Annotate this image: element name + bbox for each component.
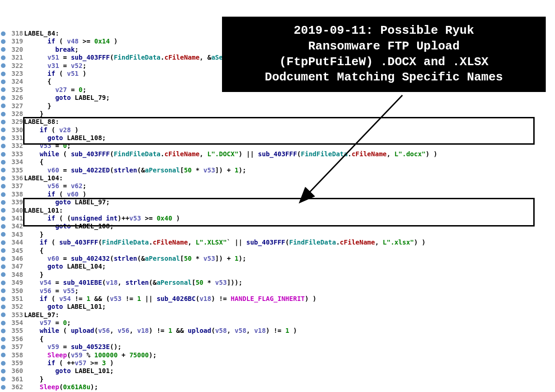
breakpoint-dot-icon[interactable] [1,160,6,165]
code-text[interactable]: { [24,78,51,86]
code-text[interactable]: v59 = sub_40523E(); [24,343,122,351]
code-line[interactable]: 344 if ( sub_403FFF(FindFileData.cFileNa… [0,239,555,246]
code-text[interactable]: if ( v51 ) [24,70,86,78]
breakpoint-dot-icon[interactable] [1,272,6,277]
code-text[interactable]: } [24,102,51,110]
breakpoint-dot-icon[interactable] [1,321,6,325]
breakpoint-dot-icon[interactable] [1,31,6,36]
code-text[interactable]: LABEL_97: [24,311,59,319]
breakpoint-dot-icon[interactable] [1,281,6,285]
code-line[interactable]: 328 } [0,110,555,118]
breakpoint-dot-icon[interactable] [1,168,6,172]
code-text[interactable]: if ( ++v57 >= 3 ) [24,359,114,367]
code-text[interactable]: v60 = sub_4022ED(strlen(&aPersonal[50 * … [24,166,247,174]
breakpoint-dot-icon[interactable] [1,112,6,116]
code-text[interactable]: { [24,247,43,255]
code-line[interactable]: 345 { [0,247,555,255]
code-text[interactable]: goto LABEL_79; [24,94,110,102]
code-line[interactable]: 343 } [0,231,555,239]
code-text[interactable]: v57 = 0; [24,319,71,327]
code-line[interactable]: 356 { [0,335,555,343]
code-line[interactable]: 347 goto LABEL_104; [0,263,555,270]
code-text[interactable]: goto LABEL_97; [24,198,110,206]
code-text[interactable]: } [24,110,43,118]
breakpoint-dot-icon[interactable] [1,120,6,124]
breakpoint-dot-icon[interactable] [1,55,6,60]
breakpoint-dot-icon[interactable] [1,136,6,141]
breakpoint-dot-icon[interactable] [1,385,6,390]
code-line[interactable]: 346 v60 = sub_402432(strlen(&aPersonal[5… [0,255,555,263]
code-text[interactable]: LABEL_84: [24,30,59,37]
code-line[interactable]: 352 goto LABEL_101; [0,303,555,311]
code-line[interactable]: 341 if ( (unsigned int)++v53 >= 0x40 ) [0,214,555,222]
breakpoint-dot-icon[interactable] [1,80,6,84]
code-text[interactable]: if ( v54 != 1 && (v53 != 1 || sub_4026BC… [24,295,316,303]
code-text[interactable]: v31 = v52; [24,62,86,70]
code-text[interactable]: { [24,335,43,343]
breakpoint-dot-icon[interactable] [1,257,6,261]
code-line[interactable]: 335 v60 = sub_4022ED(strlen(&aPersonal[5… [0,166,555,174]
breakpoint-dot-icon[interactable] [1,72,6,76]
code-text[interactable]: goto LABEL_108; [24,222,114,230]
breakpoint-dot-icon[interactable] [1,353,6,357]
code-line[interactable]: 332 v53 = 0; [0,142,555,150]
breakpoint-dot-icon[interactable] [1,232,6,237]
code-text[interactable]: if ( v48 >= 0x14 ) [24,37,117,45]
code-line[interactable]: 353LABEL_97: [0,311,555,319]
code-line[interactable]: 337 v56 = v62; [0,182,555,190]
code-line[interactable]: 327 } [0,102,555,110]
code-line[interactable]: 339 goto LABEL_97; [0,198,555,206]
code-text[interactable]: v56 = v62; [24,182,86,190]
code-line[interactable]: 350 v56 = v55; [0,287,555,295]
code-text[interactable]: if ( v28 ) [24,126,79,134]
code-line[interactable]: 331 goto LABEL_108; [0,134,555,142]
code-text[interactable]: goto LABEL_101; [24,367,114,375]
code-line[interactable]: 342 goto LABEL_108; [0,222,555,230]
breakpoint-dot-icon[interactable] [1,288,6,293]
code-text[interactable]: Sleep(v59 % 100000 + 75000); [24,351,157,359]
code-line[interactable]: 355 while ( upload(v56, v56, v18) != 1 &… [0,327,555,335]
code-line[interactable]: 358 Sleep(v59 % 100000 + 75000); [0,351,555,359]
breakpoint-dot-icon[interactable] [1,200,6,205]
breakpoint-dot-icon[interactable] [1,128,6,132]
code-text[interactable]: LABEL_101: [24,207,63,214]
code-text[interactable]: goto LABEL_101; [24,303,106,311]
code-text[interactable]: break; [24,46,79,54]
code-line[interactable]: 329LABEL_88: [0,118,555,126]
code-text[interactable]: v60 = sub_402432(strlen(&aPersonal[50 * … [24,255,247,263]
breakpoint-dot-icon[interactable] [1,152,6,157]
breakpoint-dot-icon[interactable] [1,47,6,52]
code-line[interactable]: 326 goto LABEL_79; [0,94,555,102]
breakpoint-dot-icon[interactable] [1,192,6,197]
breakpoint-dot-icon[interactable] [1,329,6,333]
code-text[interactable]: v27 = 0; [24,86,86,94]
code-text[interactable]: v54 = sub_401EBE(v18, strlen(&aPersonal[… [24,279,242,287]
code-text[interactable]: } [24,231,43,239]
code-line[interactable]: 349 v54 = sub_401EBE(v18, strlen(&aPerso… [0,279,555,287]
code-text[interactable]: { [24,158,43,166]
code-text[interactable]: if ( v60 ) [24,190,86,198]
code-line[interactable]: 336LABEL_104: [0,174,555,182]
code-line[interactable]: 354 v57 = 0; [0,319,555,327]
breakpoint-dot-icon[interactable] [1,63,6,68]
code-line[interactable]: 360 goto LABEL_101; [0,367,555,375]
code-line[interactable]: 330 if ( v28 ) [0,126,555,134]
code-line[interactable]: 361 } [0,375,555,383]
breakpoint-dot-icon[interactable] [1,96,6,100]
breakpoint-dot-icon[interactable] [1,312,6,317]
code-text[interactable]: v56 = v55; [24,287,79,295]
breakpoint-dot-icon[interactable] [1,104,6,108]
breakpoint-dot-icon[interactable] [1,377,6,381]
breakpoint-dot-icon[interactable] [1,144,6,148]
code-text[interactable]: while ( sub_403FFF(FindFileData.cFileNam… [24,150,438,158]
code-line[interactable]: 359 if ( ++v57 >= 3 ) [0,359,555,367]
code-text[interactable]: v53 = 0; [24,142,71,150]
code-line[interactable]: 348 } [0,271,555,279]
code-line[interactable]: 340LABEL_101: [0,207,555,214]
breakpoint-dot-icon[interactable] [1,345,6,349]
breakpoint-dot-icon[interactable] [1,361,6,366]
breakpoint-dot-icon[interactable] [1,240,6,245]
code-text[interactable]: if ( sub_403FFF(FindFileData.cFileName, … [24,239,426,246]
code-text[interactable]: Sleep(0x61A8u); [24,383,98,391]
code-line[interactable]: 351 if ( v54 != 1 && (v53 != 1 || sub_40… [0,295,555,303]
